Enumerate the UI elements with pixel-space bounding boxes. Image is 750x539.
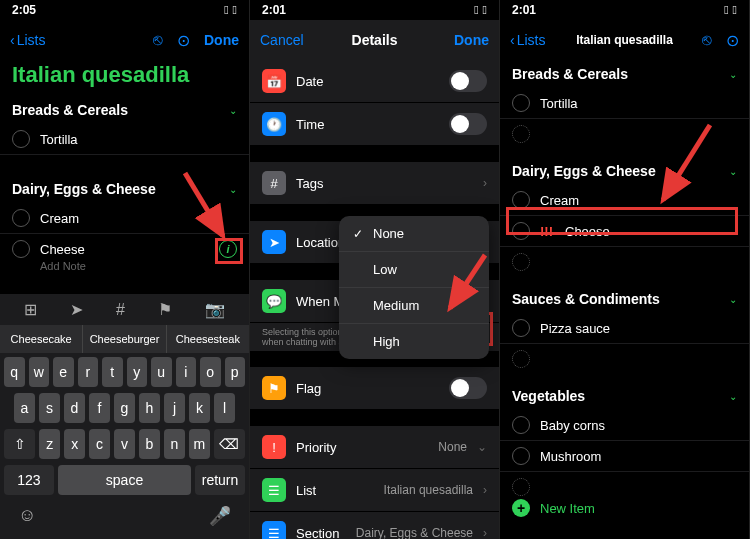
key-s[interactable]: s (39, 393, 60, 423)
key-q[interactable]: q (4, 357, 25, 387)
list-item[interactable]: Cream (500, 185, 749, 216)
key-v[interactable]: v (114, 429, 135, 459)
key-p[interactable]: p (225, 357, 246, 387)
checkbox-circle[interactable] (12, 240, 30, 258)
key-space[interactable]: space (58, 465, 191, 495)
cancel-button[interactable]: Cancel (260, 32, 304, 48)
key-n[interactable]: n (164, 429, 185, 459)
priority-option-medium[interactable]: Medium (339, 288, 489, 324)
checkbox-circle[interactable] (12, 130, 30, 148)
priority-marker: !!! (540, 224, 553, 239)
table-icon[interactable]: ⊞ (24, 300, 37, 319)
section-header[interactable]: Dairy, Eggs & Cheese⌄ (500, 157, 749, 185)
list-item-placeholder[interactable] (500, 344, 749, 374)
section-header-breads[interactable]: Breads & Cereals ⌄ (0, 96, 249, 124)
detail-time[interactable]: 🕐 Time (250, 103, 499, 145)
mic-icon[interactable]: 🎤 (209, 505, 231, 527)
key-m[interactable]: m (189, 429, 210, 459)
back-button[interactable]: ‹ Lists (10, 32, 45, 48)
key-123[interactable]: 123 (4, 465, 54, 495)
key-u[interactable]: u (151, 357, 172, 387)
checkbox-circle[interactable] (512, 94, 530, 112)
list-item-placeholder[interactable] (500, 247, 749, 277)
share-icon[interactable]: ⎋ (702, 31, 712, 49)
suggestion[interactable]: Cheeseburger (83, 325, 166, 353)
suggestion[interactable]: Cheesecake (0, 325, 83, 353)
done-button[interactable]: Done (204, 32, 239, 48)
key-y[interactable]: y (127, 357, 148, 387)
checkbox-circle[interactable] (512, 319, 530, 337)
flag-icon[interactable]: ⚑ (158, 300, 172, 319)
key-c[interactable]: c (89, 429, 110, 459)
toggle-time[interactable] (449, 113, 487, 135)
detail-date[interactable]: 📅 Date (250, 60, 499, 102)
done-button[interactable]: Done (454, 32, 489, 48)
nav-title: Italian quesadilla (576, 33, 673, 47)
suggestion[interactable]: Cheesesteak (167, 325, 249, 353)
status-bar: 2:01 􀙇 􀛨 (250, 0, 499, 20)
section-icon: ☰ (262, 521, 286, 539)
back-button[interactable]: ‹ Lists (510, 32, 545, 48)
detail-tags[interactable]: # Tags › (250, 162, 499, 204)
info-button[interactable]: i (219, 240, 237, 258)
location-icon[interactable]: ➤ (70, 300, 83, 319)
list-item[interactable]: Baby corns (500, 410, 749, 441)
key-⇧[interactable]: ⇧ (4, 429, 35, 459)
key-l[interactable]: l (214, 393, 235, 423)
more-icon[interactable]: ⊙ (726, 31, 739, 50)
key-return[interactable]: return (195, 465, 245, 495)
key-⌫[interactable]: ⌫ (214, 429, 245, 459)
checkbox-circle[interactable] (512, 191, 530, 209)
section-header-dairy[interactable]: Dairy, Eggs & Cheese ⌄ (0, 175, 249, 203)
toggle-date[interactable] (449, 70, 487, 92)
section-header[interactable]: Sauces & Condiments⌄ (500, 285, 749, 313)
checkbox-circle[interactable] (12, 209, 30, 227)
list-item[interactable]: Pizza sauce (500, 313, 749, 344)
key-r[interactable]: r (78, 357, 99, 387)
toggle-flag[interactable] (449, 377, 487, 399)
panel-details: 2:01 􀙇 􀛨 Cancel Details Done 📅 Date 🕐 Ti… (250, 0, 500, 539)
list-item[interactable]: Cream (0, 203, 249, 234)
key-g[interactable]: g (114, 393, 135, 423)
checkbox-circle[interactable] (512, 222, 530, 240)
key-h[interactable]: h (139, 393, 160, 423)
add-note-placeholder[interactable]: Add Note (0, 260, 249, 272)
checkbox-circle[interactable] (512, 416, 530, 434)
chevron-updown-icon: ⌄ (477, 440, 487, 454)
detail-priority[interactable]: ! Priority None ⌄ (250, 426, 499, 468)
key-b[interactable]: b (139, 429, 160, 459)
key-z[interactable]: z (39, 429, 60, 459)
list-item[interactable]: !!!Cheese (500, 216, 749, 247)
key-j[interactable]: j (164, 393, 185, 423)
section-header[interactable]: Vegetables⌄ (500, 382, 749, 410)
key-o[interactable]: o (200, 357, 221, 387)
list-item[interactable]: Tortilla (500, 88, 749, 119)
section-header[interactable]: Breads & Cereals⌄ (500, 60, 749, 88)
camera-icon[interactable]: 📷 (205, 300, 225, 319)
detail-section[interactable]: ☰ Section Dairy, Eggs & Cheese › (250, 512, 499, 539)
detail-flag[interactable]: ⚑ Flag (250, 367, 499, 409)
new-item-button[interactable]: + New Item (500, 489, 749, 527)
key-e[interactable]: e (53, 357, 74, 387)
priority-option-none[interactable]: ✓None (339, 216, 489, 252)
priority-option-low[interactable]: Low (339, 252, 489, 288)
key-w[interactable]: w (29, 357, 50, 387)
list-item-placeholder[interactable] (500, 119, 749, 149)
key-x[interactable]: x (64, 429, 85, 459)
share-icon[interactable]: ⎋ (153, 31, 163, 49)
key-d[interactable]: d (64, 393, 85, 423)
more-icon[interactable]: ⊙ (177, 31, 190, 50)
key-f[interactable]: f (89, 393, 110, 423)
list-item[interactable]: Mushroom (500, 441, 749, 472)
priority-option-high[interactable]: High (339, 324, 489, 359)
list-item[interactable]: Tortilla (0, 124, 249, 155)
key-k[interactable]: k (189, 393, 210, 423)
key-t[interactable]: t (102, 357, 123, 387)
hash-icon[interactable]: # (116, 301, 125, 319)
detail-list[interactable]: ☰ List Italian quesadilla › (250, 469, 499, 511)
section-title: Breads & Cereals (512, 66, 628, 82)
checkbox-circle[interactable] (512, 447, 530, 465)
key-i[interactable]: i (176, 357, 197, 387)
emoji-icon[interactable]: ☺ (18, 505, 36, 527)
key-a[interactable]: a (14, 393, 35, 423)
